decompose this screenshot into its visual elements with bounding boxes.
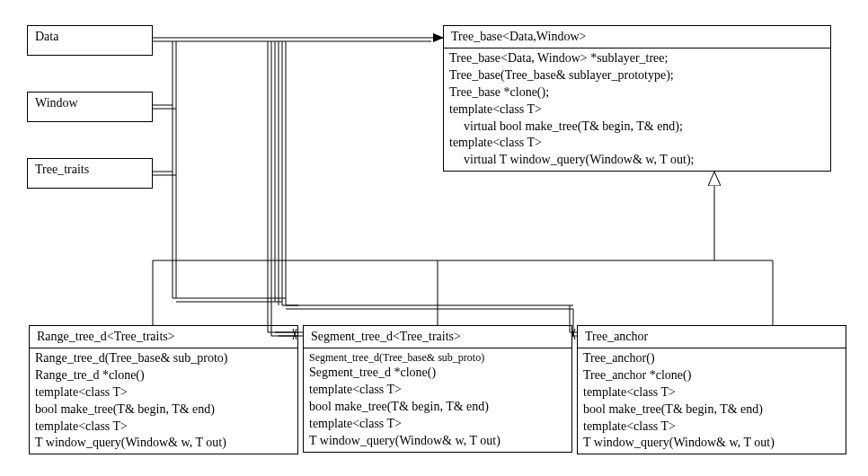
member: Tree_base<Data, Window> *sublayer_tree; (449, 50, 825, 67)
member: Range_tre_d *clone() (35, 367, 292, 384)
member: template<class T> (35, 384, 292, 401)
class-tree-anchor-name: Tree_anchor (578, 326, 846, 348)
member: template<class T> (449, 101, 825, 119)
member: T window_query(Window& w, T out) (583, 435, 840, 452)
class-window-name: Window (28, 93, 152, 114)
class-tree-base: Tree_base<Data,Window> Tree_base<Data, W… (443, 25, 831, 172)
class-tree-anchor-body: Tree_anchor() Tree_anchor *clone() templ… (578, 348, 846, 454)
member: Tree_anchor *clone() (583, 367, 840, 384)
member: template<class T> (309, 382, 566, 399)
member: Range_tree_d(Tree_base& sub_proto) (35, 350, 292, 367)
member: bool make_tree(T& begin, T& end) (309, 399, 566, 416)
member: template<class T> (449, 135, 825, 152)
class-tree-base-body: Tree_base<Data, Window> *sublayer_tree; … (444, 48, 830, 171)
member: template<class T> (35, 419, 292, 436)
class-segment-tree: Segment_tree_d<Tree_traits> Segment_tree… (303, 325, 572, 453)
member: Tree_base *clone(); (449, 84, 825, 101)
class-tree-traits-name: Tree_traits (28, 159, 152, 181)
class-segment-tree-body: Segment_tree_d(Tree_base& sub_proto) Seg… (304, 348, 571, 452)
class-data-name: Data (28, 26, 152, 48)
member: Segment_tree_d(Tree_base& sub_proto) (309, 350, 566, 365)
class-range-tree: Range_tree_d<Tree_traits> Range_tree_d(T… (29, 325, 298, 454)
member: template<class T> (309, 416, 566, 433)
class-window: Window (27, 92, 153, 122)
member: T window_query(Window& w, T out) (309, 433, 566, 450)
member: virtual bool make_tree(T& begin, T& end)… (449, 119, 825, 136)
member: Tree_anchor() (583, 350, 840, 367)
member: template<class T> (583, 419, 840, 436)
class-tree-base-name: Tree_base<Data,Window> (444, 26, 830, 48)
member: bool make_tree(T& begin, T& end) (583, 401, 840, 419)
member: virtual T window_query(Window& w, T out)… (449, 152, 825, 169)
class-segment-tree-name: Segment_tree_d<Tree_traits> (304, 326, 571, 348)
class-range-tree-name: Range_tree_d<Tree_traits> (30, 326, 297, 348)
class-tree-traits: Tree_traits (27, 158, 153, 189)
member: bool make_tree(T& begin, T& end) (35, 401, 292, 419)
class-data: Data (27, 25, 153, 56)
class-tree-anchor: Tree_anchor Tree_anchor() Tree_anchor *c… (577, 325, 846, 454)
member: Segment_tree_d *clone() (309, 365, 566, 382)
member: T window_query(Window& w, T out) (35, 435, 292, 452)
class-range-tree-body: Range_tree_d(Tree_base& sub_proto) Range… (30, 348, 297, 454)
member: Tree_base(Tree_base& sublayer_prototype)… (449, 67, 825, 84)
member: template<class T> (583, 384, 840, 401)
